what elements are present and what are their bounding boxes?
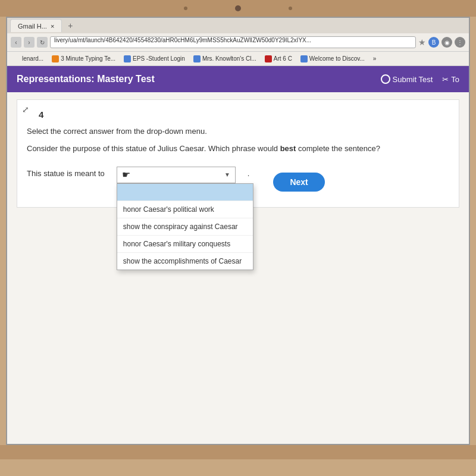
tools-label: To <box>451 75 459 84</box>
instruction-text: Select the correct answer from the drop-… <box>27 127 449 136</box>
star-icon[interactable]: ★ <box>418 37 426 47</box>
screen: Gmail H... × + ‹ › ↻ livery/ua/mt/launch… <box>6 17 470 445</box>
dropdown-wrapper: ☛ ▼ honor Caesar's political work show t… <box>117 167 236 183</box>
tab-label: Gmail H... <box>18 23 47 30</box>
bezel-top <box>0 0 476 17</box>
scissors-icon: ✂ <box>442 75 449 84</box>
address-bar-row: ‹ › ↻ livery/ua/mt/launch/4B642420/45548… <box>7 33 469 51</box>
address-input[interactable]: livery/ua/mt/launch/4B642420/45548230/aH… <box>50 36 416 48</box>
sentence-label: This statue is meant to <box>27 167 105 178</box>
dropdown-select[interactable]: ☛ ▼ <box>117 167 236 183</box>
bezel-dot-right <box>289 7 292 10</box>
bookmarks-bar: lenard... 3 Minute Typing Te... EPS -Stu… <box>7 51 469 65</box>
submit-label: Submit Test <box>393 75 433 84</box>
bookmark-welcome[interactable]: Welcome to Discov... <box>298 55 367 63</box>
browser-icons: B ◉ ⋮ <box>428 37 465 48</box>
cursor-hand-icon: ☛ <box>122 169 130 180</box>
dropdown-option-3[interactable]: honor Caesar's military conquests <box>117 236 253 253</box>
bookmark-art[interactable]: Art 6 C <box>262 55 295 63</box>
bookmark-typing[interactable]: 3 Minute Typing Te... <box>49 55 118 63</box>
question-text: Consider the purpose of this statue of J… <box>27 143 449 155</box>
question-text-after: complete the sentence? <box>296 144 380 153</box>
bookmark-more[interactable]: » <box>371 55 379 62</box>
question-container: ⤢ 4 Select the correct answer from the d… <box>17 99 459 208</box>
tab-close-icon[interactable]: × <box>51 23 54 30</box>
page-header: Representations: Mastery Test Submit Tes… <box>7 66 469 92</box>
bookmark-label: Art 6 C <box>274 55 292 62</box>
address-text: livery/ua/mt/launch/4B642420/45548230/aH… <box>54 37 311 43</box>
question-text-before: Consider the purpose of this statue of J… <box>27 144 280 153</box>
bookmark-icon <box>193 55 201 62</box>
camera-dot <box>235 5 241 11</box>
profile-icon[interactable]: B <box>428 37 439 48</box>
question-text-bold: best <box>280 144 296 153</box>
extensions-icon[interactable]: ◉ <box>441 37 452 48</box>
period: . <box>248 167 250 178</box>
answer-row: This statue is meant to ☛ ▼ honor Caesar… <box>27 167 449 192</box>
bookmark-label: 3 Minute Typing Te... <box>61 55 115 62</box>
bezel-bottom <box>0 445 476 459</box>
bookmark-icon <box>52 55 59 62</box>
bookmark-icon <box>13 55 20 62</box>
bookmark-label: Welcome to Discov... <box>309 55 365 62</box>
menu-icon[interactable]: ⋮ <box>455 37 465 48</box>
reload-button[interactable]: ↻ <box>37 37 48 48</box>
new-tab-button[interactable]: + <box>64 21 76 30</box>
question-number: 4 <box>39 109 449 120</box>
submit-test-button[interactable]: Submit Test <box>381 74 433 84</box>
bookmark-lenard[interactable]: lenard... <box>11 55 46 63</box>
dropdown-option-empty[interactable] <box>117 184 253 201</box>
dropdown-option-4[interactable]: show the accomplishments of Caesar <box>117 253 253 270</box>
expand-icon[interactable]: ⤢ <box>22 105 29 114</box>
dropdown-option-1[interactable]: honor Caesar's political work <box>117 201 253 218</box>
next-button[interactable]: Next <box>273 173 324 192</box>
tab-bar: Gmail H... × + <box>7 18 469 33</box>
bookmark-icon <box>300 55 308 62</box>
dropdown-menu: honor Caesar's political work show the c… <box>117 183 253 270</box>
bookmark-icon <box>124 55 131 62</box>
bookmark-icon <box>265 55 272 62</box>
header-actions: Submit Test ✂ To <box>381 74 459 84</box>
chevron-down-icon: ▼ <box>224 171 230 178</box>
browser-chrome: Gmail H... × + ‹ › ↻ livery/ua/mt/launch… <box>7 18 469 66</box>
content-area: ⤢ 4 Select the correct answer from the d… <box>7 92 469 444</box>
dropdown-option-2[interactable]: show the conspiracy against Caesar <box>117 218 253 236</box>
bookmark-label: lenard... <box>22 55 43 62</box>
back-button[interactable]: ‹ <box>11 37 21 48</box>
page-title: Representations: Mastery Test <box>17 74 155 84</box>
bookmark-label: EPS -Student Login <box>133 55 185 62</box>
bookmark-eps[interactable]: EPS -Student Login <box>121 55 187 63</box>
bookmark-more-label: » <box>373 55 377 62</box>
active-tab[interactable]: Gmail H... × <box>10 19 62 32</box>
submit-circle-icon <box>381 74 390 84</box>
forward-button[interactable]: › <box>24 37 35 48</box>
tools-button[interactable]: ✂ To <box>442 75 459 84</box>
bookmark-label: Mrs. Knowlton's Cl... <box>202 55 256 62</box>
bezel-dot-left <box>184 7 187 10</box>
bookmark-mrs-knowlton[interactable]: Mrs. Knowlton's Cl... <box>191 55 259 63</box>
